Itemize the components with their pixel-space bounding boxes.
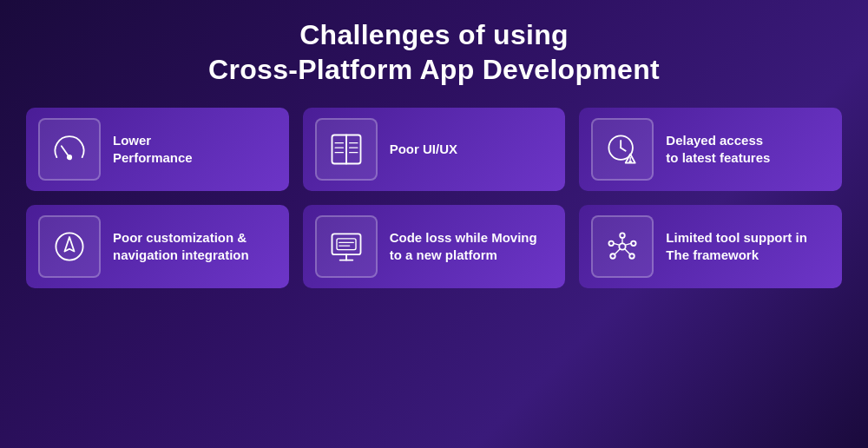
page-title: Challenges of using Cross-Platform App D… xyxy=(208,17,660,87)
network-icon-box xyxy=(591,215,654,278)
svg-line-29 xyxy=(615,249,621,254)
svg-line-12 xyxy=(621,148,626,151)
svg-point-23 xyxy=(621,233,626,238)
poor-uiux-text: Poor UI/UX xyxy=(390,141,457,158)
lower-performance-text: LowerPerformance xyxy=(113,132,193,168)
svg-line-30 xyxy=(625,249,630,254)
cards-grid: LowerPerformance Poor UI/UX xyxy=(26,108,842,288)
svg-point-26 xyxy=(609,241,615,247)
error-icon-box xyxy=(315,215,378,278)
ui-icon xyxy=(327,130,365,168)
title-line1: Challenges of using xyxy=(299,19,569,50)
card-delayed-access: Delayed accessto latest features xyxy=(579,108,842,191)
code-loss-text: Code loss while Movingto a new platform xyxy=(390,229,537,265)
title-line2: Cross-Platform App Development xyxy=(208,54,660,85)
card-lower-performance: LowerPerformance xyxy=(26,108,289,191)
svg-line-32 xyxy=(626,243,631,245)
card-limited-tool: Limited tool support inThe framework xyxy=(579,205,842,288)
poor-customization-text: Poor customization &navigation integrati… xyxy=(113,229,249,265)
limited-tool-text: Limited tool support inThe framework xyxy=(666,229,806,265)
svg-line-31 xyxy=(614,243,619,245)
navigation-icon-box xyxy=(38,215,101,278)
delayed-access-text: Delayed accessto latest features xyxy=(666,132,770,168)
svg-rect-17 xyxy=(337,239,356,250)
speedometer-icon xyxy=(50,130,89,168)
svg-point-27 xyxy=(631,241,636,247)
ui-icon-box xyxy=(315,118,378,181)
svg-point-14 xyxy=(630,161,632,162)
svg-point-1 xyxy=(68,155,72,160)
clock-warning-icon-box xyxy=(591,118,654,181)
title-container: Challenges of using Cross-Platform App D… xyxy=(208,17,660,87)
clock-warning-icon xyxy=(603,130,641,168)
card-poor-customization: Poor customization &navigation integrati… xyxy=(26,205,289,288)
card-poor-uiux: Poor UI/UX xyxy=(303,108,566,191)
navigation-icon xyxy=(50,227,89,266)
speedometer-icon-box xyxy=(38,118,101,181)
error-icon xyxy=(327,227,365,266)
network-icon xyxy=(603,227,641,266)
card-code-loss: Code loss while Movingto a new platform xyxy=(303,205,566,288)
